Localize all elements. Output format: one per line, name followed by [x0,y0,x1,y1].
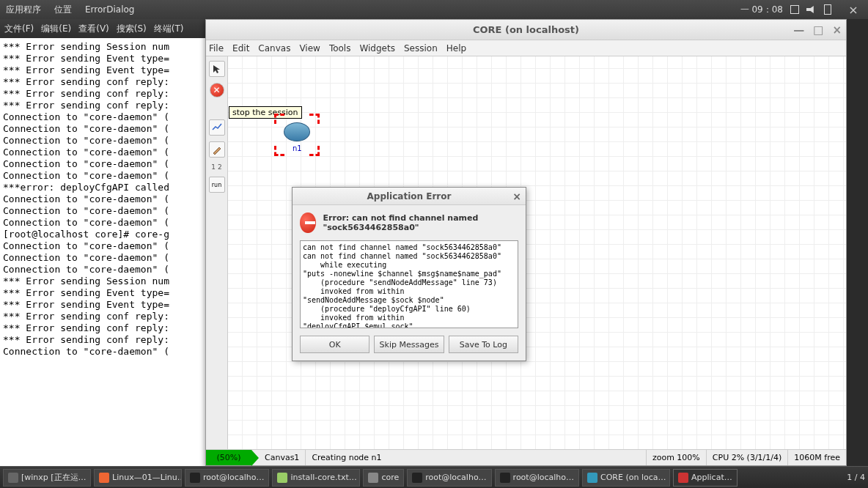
error-message: Error: can not find channel named "sock5… [323,213,518,232]
router-node-icon[interactable] [284,122,310,141]
apps-menu[interactable]: 应用程序 [6,4,41,16]
statusbar: (50%) Canvas1 Creating node n1 zoom 100%… [206,449,846,465]
status-message: Creating node n1 [306,450,647,465]
dialog-titlebar[interactable]: Application Error × [293,188,526,205]
status-mem: 1060M free [788,450,846,465]
status-arrow-icon [251,450,259,466]
skip-messages-button[interactable]: Skip Messages [374,336,444,353]
active-app[interactable]: ErrorDialog [85,4,134,15]
places-menu[interactable]: 位置 [54,4,72,16]
status-canvas[interactable]: Canvas1 [259,450,306,465]
task-errordialog[interactable]: Applicat… [673,469,738,487]
dialog-title-text: Application Error [367,191,452,202]
task-firefox[interactable]: Linux—01—Linu… [94,469,182,487]
close-icon[interactable]: × [845,1,862,18]
ok-button[interactable]: OK [300,336,369,353]
term-menu-file[interactable]: 文件(F) [4,23,34,35]
error-trace[interactable]: can not find channel named "sock56344628… [300,240,518,328]
error-icon [300,212,316,233]
task-core[interactable]: CORE (on loca… [582,469,670,487]
status-cpu: CPU 2% (3/1/1/4) [707,450,789,465]
vbox-icon [8,473,18,483]
sound-icon[interactable] [806,6,817,13]
menu-view[interactable]: View [299,43,320,53]
core-menubar: File Edit Canvas View Tools Widgets Sess… [206,40,846,56]
task-files[interactable]: core [363,469,404,487]
firefox-icon [99,473,109,483]
gnome-topbar: 应用程序 位置 ErrorDialog 一 09：08 × [0,0,868,19]
node-label: n1 [293,144,302,152]
menu-session[interactable]: Session [404,43,438,53]
close-button[interactable]: × [832,23,842,37]
status-zoom[interactable]: zoom 100% [647,450,707,465]
menu-canvas[interactable]: Canvas [258,43,290,53]
minimize-button[interactable]: — [793,23,804,37]
battery-icon[interactable] [824,4,831,15]
menu-tools[interactable]: Tools [329,43,351,53]
plot-tool[interactable] [209,119,225,136]
term-menu-search[interactable]: 搜索(S) [117,23,147,35]
task-term2[interactable]: root@localho… [407,469,491,487]
layer-tabs[interactable]: 1 2 [211,163,221,171]
draw-tool[interactable] [209,141,225,158]
workspace-switcher[interactable]: 1 / 4 [847,473,865,482]
terminal-icon [190,473,200,483]
indicator-icon[interactable] [790,5,799,14]
select-tool[interactable] [209,61,225,77]
core-titlebar[interactable]: CORE (on localhost) — □ × [206,20,846,40]
files-icon [368,473,378,483]
toolbar: ✕ 1 2 run [206,56,228,449]
status-pct: (50%) [206,450,251,465]
task-gedit[interactable]: install-core.txt… [272,469,360,487]
clock[interactable]: 一 09：08 [740,4,783,16]
menu-widgets[interactable]: Widgets [359,43,395,53]
menu-help[interactable]: Help [446,43,466,53]
taskbar: [winxp [正在运… Linux—01—Linu… root@localho… [0,466,868,488]
maximize-button[interactable]: □ [813,23,823,37]
term-menu-terminal[interactable]: 终端(T) [154,23,184,35]
term-menu-view[interactable]: 查看(V) [78,23,109,35]
term-menu-edit[interactable]: 编辑(E) [41,23,71,35]
core-icon [587,473,597,483]
run-tool[interactable]: run [209,177,225,193]
error-icon [678,473,688,483]
terminal-icon [500,473,510,483]
save-to-log-button[interactable]: Save To Log [449,336,518,353]
error-dialog: Application Error × Error: can not find … [292,187,526,361]
dialog-close-button[interactable]: × [512,191,521,202]
task-winxp[interactable]: [winxp [正在运… [3,469,91,487]
task-term1[interactable]: root@localho… [185,469,269,487]
terminal-icon [412,473,422,483]
menu-edit[interactable]: Edit [232,43,249,53]
stop-session-button[interactable]: ✕ [210,83,224,97]
task-term3[interactable]: root@localho… [495,469,579,487]
gedit-icon [277,473,287,483]
core-title-text: CORE (on localhost) [473,24,579,35]
menu-file[interactable]: File [209,43,224,53]
